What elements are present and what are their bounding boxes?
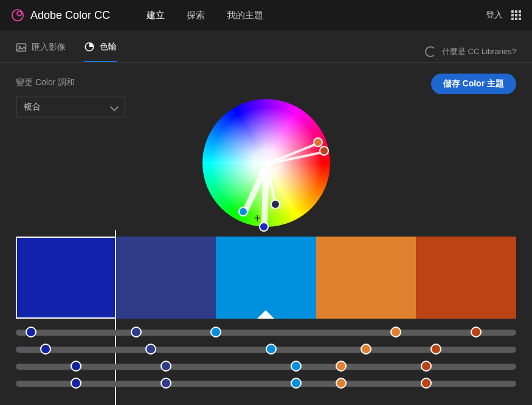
save-theme-button[interactable]: 儲存 Color 主題 — [431, 74, 516, 94]
nav-create[interactable]: 建立 — [147, 10, 165, 21]
slider-track[interactable] — [16, 330, 516, 336]
main-nav: 建立 探索 我的主題 — [147, 10, 263, 21]
content-area: 變更 Color 調和 複合 儲存 Color 主題 + — [0, 63, 532, 227]
slider-row — [16, 378, 516, 389]
slider-thumb[interactable] — [361, 344, 371, 355]
slider-panel — [0, 319, 532, 389]
slider-thumb[interactable] — [390, 327, 401, 338]
slider-thumb[interactable] — [430, 344, 441, 355]
color-swatch[interactable] — [216, 237, 316, 319]
slider-track[interactable] — [16, 381, 516, 387]
nav-my-themes[interactable]: 我的主題 — [227, 10, 263, 21]
apps-grid-icon[interactable] — [511, 10, 521, 20]
slider-thumb[interactable] — [210, 327, 221, 338]
sub-bar-right: 什麼是 CC Libraries? — [425, 46, 516, 57]
wheel-handle[interactable] — [313, 137, 323, 147]
wheel-handle[interactable] — [271, 199, 280, 209]
color-swatch[interactable] — [416, 237, 516, 319]
wheel-icon — [84, 41, 95, 52]
app-header: Adobe Color CC 建立 探索 我的主題 登入 — [0, 0, 532, 30]
app-title: Adobe Color CC — [30, 9, 110, 22]
slider-row — [16, 361, 516, 372]
color-wheel-container: + — [16, 99, 516, 227]
slider-thumb[interactable] — [40, 344, 51, 355]
login-link[interactable]: 登入 — [486, 10, 503, 21]
tab-import-image[interactable]: 匯入影像 — [16, 42, 66, 61]
slider-thumb[interactable] — [471, 327, 482, 338]
color-swatch[interactable] — [116, 237, 216, 319]
slider-thumb[interactable] — [291, 361, 302, 372]
svg-point-1 — [17, 12, 21, 16]
color-swatch[interactable] — [316, 237, 416, 319]
plus-cursor-icon: + — [254, 212, 261, 226]
sub-toolbar: 匯入影像 色輪 什麼是 CC Libraries? — [0, 30, 532, 62]
slider-thumb[interactable] — [336, 378, 347, 389]
slider-thumb[interactable] — [161, 361, 171, 372]
tab-color-wheel-label: 色輪 — [100, 41, 117, 52]
slider-thumb[interactable] — [336, 361, 347, 372]
swatch-row — [16, 237, 516, 319]
slider-thumb[interactable] — [291, 378, 302, 389]
creative-cloud-icon — [425, 46, 436, 57]
wheel-handle[interactable] — [238, 207, 248, 216]
image-icon — [16, 42, 27, 53]
header-right: 登入 — [486, 10, 521, 21]
slider-thumb[interactable] — [266, 344, 277, 355]
color-swatch[interactable] — [16, 237, 116, 319]
logo-area: Adobe Color CC — [11, 9, 110, 22]
tab-color-wheel[interactable]: 色輪 — [84, 41, 117, 62]
slider-thumb[interactable] — [145, 344, 156, 355]
adobe-color-logo-icon — [11, 9, 24, 22]
slider-track[interactable] — [16, 364, 516, 370]
wheel-handle[interactable] — [319, 146, 329, 156]
slider-thumb[interactable] — [26, 327, 36, 338]
cc-libraries-link[interactable]: 什麼是 CC Libraries? — [442, 46, 516, 57]
slider-row — [16, 327, 516, 338]
slider-thumb[interactable] — [131, 327, 142, 338]
slider-row — [16, 344, 516, 355]
nav-explore[interactable]: 探索 — [187, 10, 205, 21]
slider-thumb[interactable] — [71, 378, 81, 389]
color-wheel[interactable]: + — [202, 99, 330, 227]
tab-import-image-label: 匯入影像 — [32, 42, 66, 53]
slider-thumb[interactable] — [161, 378, 171, 389]
base-color-indicator-icon — [257, 310, 274, 319]
slider-thumb[interactable] — [421, 378, 432, 389]
slider-thumb[interactable] — [421, 361, 432, 372]
harmony-dropdown-value: 複合 — [24, 102, 41, 112]
slider-thumb[interactable] — [71, 361, 81, 372]
